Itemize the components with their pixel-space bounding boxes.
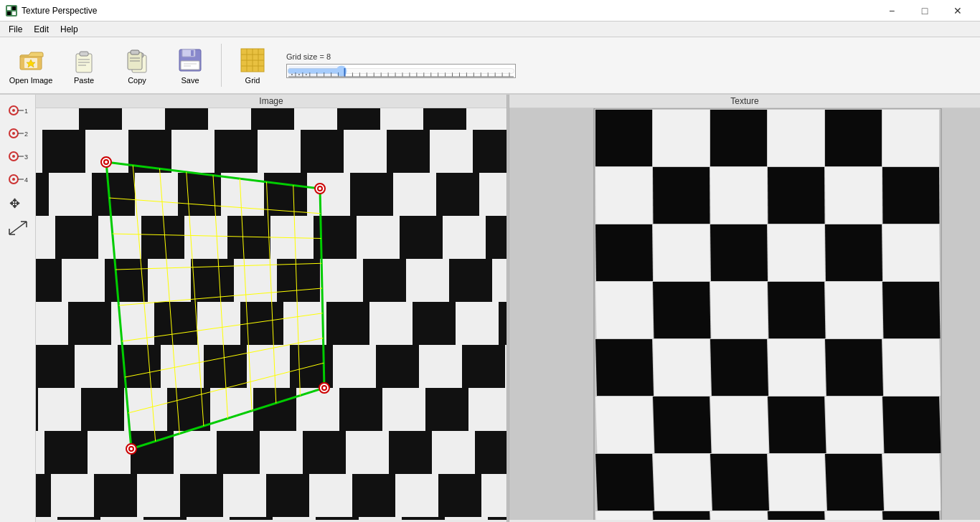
menu-help[interactable]: Help: [55, 23, 84, 36]
copy-label: Copy: [128, 76, 146, 85]
svg-rect-4: [12, 11, 16, 15]
scale-tool-button[interactable]: [5, 218, 31, 238]
texture-canvas[interactable]: [509, 108, 980, 520]
svg-rect-2: [12, 6, 16, 10]
save-label: Save: [181, 76, 199, 85]
texture-panel-label: Texture: [509, 95, 980, 108]
tool-2-button[interactable]: 2: [5, 123, 31, 143]
grid-slider-track: [286, 64, 516, 78]
canvas-area: Image Texture: [36, 95, 980, 522]
svg-rect-3: [7, 11, 11, 15]
svg-point-73: [12, 132, 15, 135]
menu-file[interactable]: File: [3, 23, 28, 36]
maximize-button[interactable]: □: [908, 0, 941, 22]
svg-text:2: 2: [24, 130, 28, 138]
svg-text:✥: ✥: [9, 197, 20, 211]
texture-panel: Texture: [509, 95, 980, 522]
app-icon: [6, 5, 17, 16]
title-bar-controls: − □ ✕: [875, 0, 974, 22]
image-panel: Image: [36, 95, 507, 522]
paste-icon: [70, 46, 98, 75]
window-title: Texture Perspective: [22, 6, 97, 16]
title-bar-left: Texture Perspective: [6, 5, 97, 16]
svg-text:3: 3: [24, 153, 28, 161]
menu-edit[interactable]: Edit: [28, 23, 55, 36]
save-icon: [176, 46, 204, 75]
move-tool-button[interactable]: ✥: [5, 195, 31, 215]
svg-text:4: 4: [24, 176, 28, 184]
open-image-button[interactable]: Open Image: [6, 39, 56, 91]
texture-canvas-element[interactable]: [509, 108, 980, 520]
minimize-button[interactable]: −: [875, 0, 908, 22]
grid-size-label: Grid size = 8: [286, 52, 516, 61]
grid-size-section: Grid size = 8: [281, 49, 522, 81]
paste-label: Paste: [74, 76, 94, 85]
svg-point-69: [12, 109, 15, 112]
tools-panel: 1 2 3 4: [0, 95, 36, 522]
open-image-icon: [17, 46, 45, 75]
paste-button[interactable]: Paste: [59, 39, 109, 91]
save-button[interactable]: Save: [165, 39, 215, 91]
open-image-label: Open Image: [9, 76, 53, 85]
copy-button[interactable]: Copy: [112, 39, 162, 91]
svg-rect-1: [7, 6, 11, 10]
svg-rect-16: [131, 50, 139, 54]
svg-rect-21: [191, 50, 194, 56]
svg-rect-9: [80, 52, 88, 56]
grid-size-slider[interactable]: [287, 65, 515, 77]
grid-button[interactable]: Grid: [227, 39, 278, 91]
svg-text:1: 1: [24, 108, 28, 115]
grid-icon: [238, 46, 267, 75]
tool-3-button[interactable]: 3: [5, 146, 31, 166]
image-panel-label: Image: [36, 95, 507, 108]
main-content: 1 2 3 4: [0, 95, 980, 522]
svg-rect-8: [76, 54, 92, 72]
image-canvas[interactable]: [36, 108, 507, 520]
svg-point-81: [12, 178, 15, 181]
image-canvas-element[interactable]: [36, 108, 507, 520]
copy-icon: [123, 46, 151, 75]
svg-point-77: [12, 155, 15, 158]
svg-rect-22: [181, 61, 199, 70]
menu-bar: File Edit Help: [0, 22, 980, 37]
tool-4-button[interactable]: 4: [5, 169, 31, 189]
toolbar-separator: [221, 44, 222, 87]
tool-1-button[interactable]: 1: [5, 100, 31, 120]
toolbar: Open Image Paste: [0, 37, 980, 95]
grid-label: Grid: [245, 76, 260, 85]
title-bar: Texture Perspective − □ ✕: [0, 0, 980, 22]
svg-line-85: [9, 222, 27, 234]
close-button[interactable]: ✕: [941, 0, 974, 22]
